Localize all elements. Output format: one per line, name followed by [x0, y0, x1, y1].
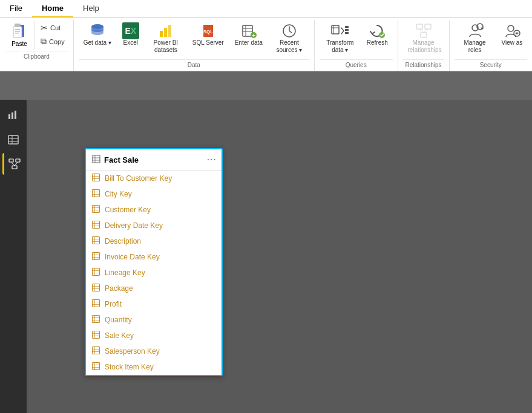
queries-group-label: Queries: [320, 59, 393, 71]
enter-data-label: Enter data: [235, 39, 263, 47]
excel-label: Excel: [123, 39, 138, 47]
tab-home[interactable]: Home: [32, 0, 73, 18]
field-row[interactable]: Stock Item Key: [86, 359, 222, 375]
svg-rect-85: [93, 300, 100, 307]
cut-button[interactable]: ✂ Cut: [37, 22, 68, 34]
transform-button[interactable]: Transform data ▾: [320, 20, 361, 56]
table-icon: [7, 134, 19, 146]
manage-roles-button[interactable]: Manage roles: [455, 20, 496, 56]
table-card-body: Bill To Customer Key City Key Customer K…: [86, 171, 222, 375]
field-row[interactable]: Sale Key: [86, 328, 222, 343]
field-icon: [92, 299, 100, 309]
svg-rect-46: [12, 166, 17, 169]
more-options-button[interactable]: ···: [207, 154, 217, 165]
field-row[interactable]: Description: [86, 233, 222, 249]
manage-roles-icon: [467, 22, 484, 39]
svg-rect-73: [93, 253, 100, 260]
field-row[interactable]: Profit: [86, 296, 222, 312]
excel-button[interactable]: EX Excel: [117, 20, 144, 49]
paste-label: Paste: [11, 41, 27, 47]
svg-rect-38: [11, 112, 13, 119]
powerbi-icon: [157, 22, 174, 39]
field-name: Invoice Date Key: [105, 253, 160, 261]
enter-data-icon: +: [240, 22, 257, 39]
svg-text:SQL: SQL: [203, 29, 214, 34]
main-canvas: Fact Sale ··· Bill To Customer Key City …: [27, 100, 532, 413]
view-as-button[interactable]: View as: [497, 20, 528, 49]
tab-file[interactable]: File: [0, 0, 32, 17]
copy-icon: ⧉: [41, 36, 47, 47]
table-card: Fact Sale ··· Bill To Customer Key City …: [85, 148, 223, 376]
svg-rect-22: [345, 26, 349, 28]
svg-rect-8: [164, 28, 167, 37]
svg-rect-61: [93, 206, 100, 213]
cut-icon: ✂: [41, 23, 48, 33]
view-as-icon: [504, 22, 521, 39]
clipboard-label: Clipboard: [5, 51, 68, 62]
field-icon: [92, 284, 100, 293]
manage-relationships-button[interactable]: Manage relationships: [403, 20, 444, 56]
field-name: Salesperson Key: [105, 347, 160, 356]
field-name: Sale Key: [105, 331, 134, 340]
recent-sources-button[interactable]: Recent sources ▾: [269, 20, 310, 56]
field-icon: [92, 331, 100, 340]
field-name: Lineage Key: [105, 268, 145, 277]
field-row[interactable]: City Key: [86, 186, 222, 202]
svg-point-36: [516, 33, 517, 34]
recent-sources-icon: [281, 22, 298, 39]
field-icon: [92, 205, 100, 215]
sidebar-item-report[interactable]: [2, 105, 24, 126]
field-row[interactable]: Invoice Date Key: [86, 249, 222, 265]
security-group: Manage roles View as Security: [450, 20, 533, 71]
field-row[interactable]: Salesperson Key: [86, 343, 222, 359]
svg-rect-37: [8, 114, 10, 119]
svg-rect-26: [416, 24, 422, 29]
tab-help[interactable]: Help: [73, 0, 109, 17]
field-row[interactable]: Lineage Key: [86, 265, 222, 281]
field-row[interactable]: Quantity: [86, 312, 222, 328]
enter-data-button[interactable]: + Enter data: [230, 20, 268, 49]
get-data-label: Get data ▾: [84, 39, 111, 47]
svg-rect-93: [93, 331, 100, 339]
get-data-button[interactable]: Get data ▾: [79, 20, 116, 49]
svg-rect-40: [8, 135, 18, 144]
powerbi-button[interactable]: Power BI datasets: [145, 20, 186, 56]
refresh-button[interactable]: Refresh: [362, 20, 393, 49]
field-icon: [92, 221, 100, 230]
report-icon: [7, 109, 19, 122]
svg-rect-53: [93, 174, 100, 181]
copy-label: Copy: [49, 38, 65, 45]
security-group-label: Security: [455, 59, 528, 71]
svg-rect-44: [9, 159, 13, 162]
field-row[interactable]: Bill To Customer Key: [86, 171, 222, 186]
sidebar-item-table[interactable]: [2, 129, 24, 151]
field-icon: [92, 189, 100, 199]
paste-button[interactable]: Paste: [5, 20, 34, 50]
sql-button[interactable]: SQL SQL Server: [188, 20, 229, 49]
manage-roles-label: Manage roles: [459, 39, 491, 54]
field-row[interactable]: Delivery Date Key: [86, 218, 222, 233]
table-header-icon: [92, 155, 100, 165]
relationships-group-label: Relationships: [403, 59, 444, 71]
svg-rect-23: [345, 29, 349, 31]
svg-rect-2: [15, 24, 21, 27]
queries-group: Transform data ▾ Refresh Queries: [315, 20, 398, 71]
field-row[interactable]: Package: [86, 281, 222, 296]
field-name: Bill To Customer Key: [105, 174, 172, 183]
field-name: Quantity: [105, 316, 132, 324]
field-name: Profit: [105, 300, 122, 308]
svg-rect-89: [93, 316, 100, 323]
get-data-icon: [89, 22, 106, 39]
svg-rect-49: [93, 155, 100, 163]
svg-rect-1: [13, 27, 22, 37]
field-name: Customer Key: [105, 206, 151, 214]
sql-label: SQL Server: [192, 39, 224, 47]
svg-rect-5: [15, 33, 19, 34]
cut-label: Cut: [50, 24, 61, 31]
svg-rect-28: [421, 33, 427, 37]
copy-button[interactable]: ⧉ Copy: [37, 35, 68, 48]
field-row[interactable]: Customer Key: [86, 202, 222, 218]
sidebar-item-model[interactable]: [2, 153, 24, 175]
svg-rect-97: [93, 347, 100, 354]
manage-relationships-icon: [415, 22, 432, 39]
